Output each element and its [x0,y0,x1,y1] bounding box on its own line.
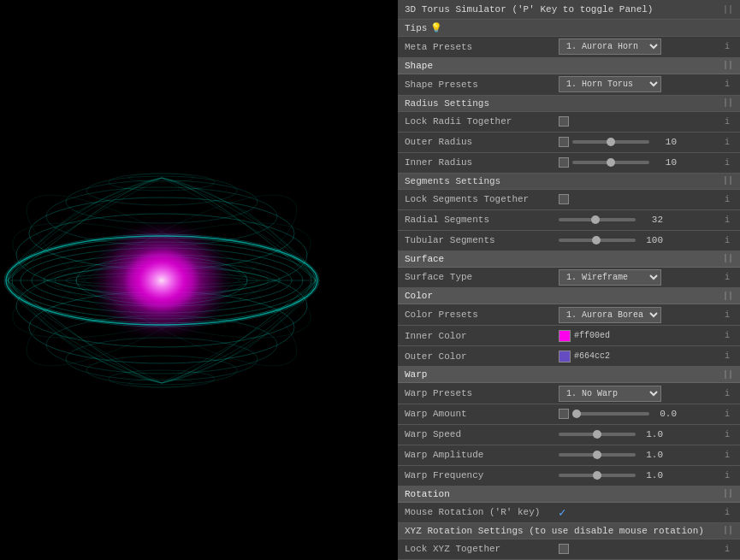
tubular-segments-row: Tubular Segments 100 i [398,231,740,251]
xyz-settings-label: XYZ Rotation Settings (to use disable mo… [405,526,704,536]
inner-radius-label: Inner Radius [405,157,559,168]
warp-amount-checkbox[interactable] [559,409,569,419]
outer-color-control: #664cc2 [559,351,721,363]
warp-frequency-label: Warp Frequency [405,470,559,480]
radial-segments-control: 32 [559,215,721,225]
radius-dots: || [723,98,733,108]
surface-section-header: Surface || [398,251,740,268]
warp-label: Warp [405,369,427,380]
lock-xyz-label: Lock XYZ Together [405,544,559,554]
color-dots: || [723,292,733,301]
panel-title: 3D Torus Simulator ('P' Key to toggle Pa… [405,4,653,15]
control-panel: 3D Torus Simulator ('P' Key to toggle Pa… [398,0,740,560]
shape-presets-select[interactable]: 1. Horn Torus [559,76,661,92]
color-presets-select[interactable]: 1. Aurora Borealis [559,307,661,323]
inner-radius-row: Inner Radius 10 i [398,153,740,174]
outer-color-info[interactable]: i [721,351,733,361]
lock-radii-info[interactable]: i [721,117,733,127]
warp-amplitude-row: Warp Amplitude 1.0 i [398,445,740,466]
warp-amplitude-value: 1.0 [639,450,663,460]
shape-presets-label: Shape Presets [405,80,559,90]
segments-settings-label: Segments Settings [405,176,500,186]
warp-amount-row: Warp Amount 0.0 i [398,404,740,425]
warp-frequency-slider[interactable] [559,474,636,477]
shape-presets-info[interactable]: i [721,80,733,89]
surface-type-select[interactable]: 1. Wireframe [559,269,661,286]
color-section-header: Color || [398,288,740,304]
color-presets-info[interactable]: i [721,310,733,320]
warp-amplitude-label: Warp Amplitude [405,450,559,460]
surface-type-info[interactable]: i [721,273,733,282]
tips-bar: Tips 💡 [398,20,740,37]
tubular-segments-control: 100 [559,235,721,245]
tubular-segments-slider[interactable] [559,239,636,242]
inner-radius-info[interactable]: i [721,158,733,168]
rotation-section-header: Rotation || [398,486,740,503]
mouse-rotation-row: Mouse Rotation ('R' key) ✓ i [398,503,740,523]
radial-segments-info[interactable]: i [721,215,733,225]
warp-amplitude-info[interactable]: i [721,451,733,460]
surface-label: Surface [405,254,444,264]
tubular-segments-info[interactable]: i [721,236,733,245]
outer-radius-slider[interactable] [572,140,649,144]
meta-presets-info[interactable]: i [721,42,733,51]
color-label: Color [405,291,433,301]
radius-settings-label: Radius Settings [405,98,489,109]
surface-type-row: Surface Type 1. Wireframe i [398,268,740,289]
warp-speed-control: 1.0 [559,429,721,439]
lock-segments-info[interactable]: i [721,195,733,204]
warp-frequency-row: Warp Frequency 1.0 i [398,466,740,486]
inner-color-row: Inner Color #ff00ed i [398,326,740,346]
warp-presets-info[interactable]: i [721,389,733,398]
rotation-dots: || [723,489,733,498]
shape-presets-row: Shape Presets 1. Horn Torus i [398,74,740,96]
warp-frequency-info[interactable]: i [721,471,733,480]
outer-radius-value: 10 [653,137,677,147]
warp-speed-slider[interactable] [559,433,636,436]
meta-presets-label: Meta Presets [405,42,559,52]
radial-segments-label: Radial Segments [405,215,559,225]
warp-amount-slider[interactable] [572,412,649,416]
warp-amplitude-control: 1.0 [559,450,721,460]
inner-color-swatch[interactable] [559,330,571,342]
lock-segments-row: Lock Segments Together i [398,190,740,210]
meta-presets-select[interactable]: 1. Aurora Horn [559,38,661,55]
warp-presets-select[interactable]: 1. No Warp [559,386,661,402]
inner-radius-control: 10 [559,157,721,168]
outer-radius-info[interactable]: i [721,138,733,147]
outer-radius-checkbox[interactable] [559,137,569,147]
mouse-rotation-check: ✓ [559,505,565,520]
inner-radius-value: 10 [653,157,677,168]
warp-dots: || [723,370,733,380]
lock-xyz-info[interactable]: i [721,545,733,554]
tips-label: Tips [405,23,427,33]
meta-presets-control: 1. Aurora Horn [559,38,721,55]
panel-title-dots: || [723,5,733,15]
warp-amount-info[interactable]: i [721,410,733,419]
inner-color-info[interactable]: i [721,331,733,340]
segments-settings-header: Segments Settings || [398,174,740,190]
warp-presets-control: 1. No Warp [559,386,721,402]
mouse-rotation-info[interactable]: i [721,508,733,517]
xyz-dots: || [723,526,733,535]
lock-segments-checkbox[interactable] [559,194,569,204]
outer-radius-control: 10 [559,137,721,147]
segments-dots: || [723,176,733,186]
inner-radius-checkbox[interactable] [559,157,569,168]
meta-presets-row: Meta Presets 1. Aurora Horn i [398,37,740,58]
warp-amplitude-slider[interactable] [559,453,636,457]
torus-visualization [0,92,350,469]
radial-segments-slider[interactable] [559,218,636,221]
warp-speed-row: Warp Speed 1.0 i [398,425,740,445]
inner-color-control: #ff00ed [559,330,721,342]
outer-color-swatch[interactable] [559,351,571,363]
shape-dots: || [723,61,733,70]
lock-xyz-checkbox[interactable] [559,544,569,554]
warp-amount-control: 0.0 [559,409,721,419]
inner-radius-slider[interactable] [572,161,649,164]
lock-radii-checkbox[interactable] [559,116,569,127]
lock-segments-control [559,194,721,204]
warp-speed-info[interactable]: i [721,430,733,439]
outer-radius-label: Outer Radius [405,137,559,147]
inner-color-label: Inner Color [405,331,559,341]
